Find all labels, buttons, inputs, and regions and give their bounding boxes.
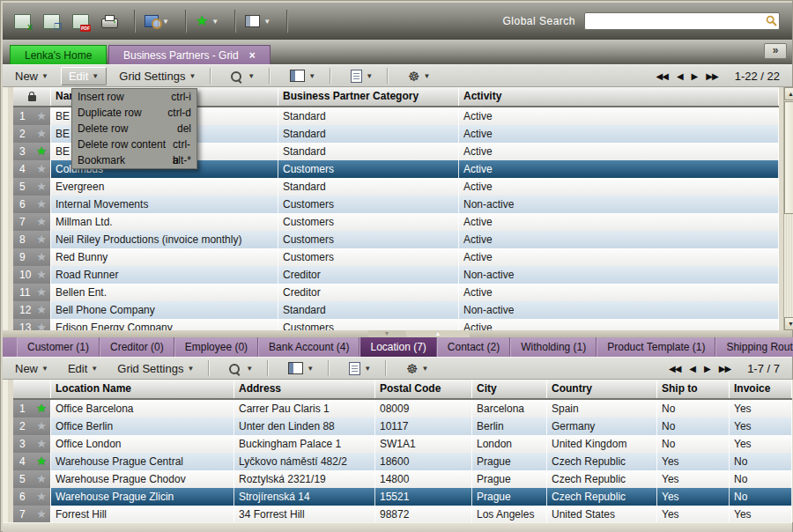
global-search-input[interactable] xyxy=(584,12,780,30)
tab-customer-1[interactable]: Customer (1) xyxy=(17,337,100,357)
table-row[interactable]: 9★Red BunnyCustomersActive xyxy=(13,248,779,266)
tab-overflow-button[interactable]: » xyxy=(764,43,787,59)
new-button[interactable]: New▼ xyxy=(8,360,56,377)
prev-page-button[interactable]: ◀ xyxy=(689,364,695,373)
pane-splitter[interactable]: ▼ ▲ xyxy=(3,330,792,337)
edit-button[interactable]: Edit▼ xyxy=(61,67,107,85)
vertical-scrollbar[interactable]: ▲ ▼ xyxy=(783,87,793,330)
saved-search-button[interactable]: ▼ xyxy=(142,12,172,30)
bookmark-star-icon-gray[interactable]: ★ xyxy=(36,488,47,506)
grid-settings-button[interactable]: Grid Settings▼ xyxy=(112,68,203,85)
bookmark-star-icon-gray[interactable]: ★ xyxy=(36,178,47,196)
table-row[interactable]: 6★Warehouse Prague ZlicinStrojírenská 14… xyxy=(13,488,792,506)
notes-button[interactable]: ▼ xyxy=(344,68,380,85)
scrollbar-thumb[interactable] xyxy=(784,101,793,214)
bookmark-star-icon-gray[interactable]: ★ xyxy=(36,231,47,248)
layout-button[interactable]: ▼ xyxy=(242,12,273,30)
bookmark-star-icon-gray[interactable]: ★ xyxy=(36,506,47,522)
grid-settings-button[interactable]: Grid Settings▼ xyxy=(110,360,201,377)
export-excel-button[interactable] xyxy=(11,11,33,32)
bookmark-star-icon-gray[interactable]: ★ xyxy=(36,417,47,435)
bookmark-star-icon-gray[interactable]: ★ xyxy=(36,196,47,213)
tab-business-partners-grid[interactable]: Business Partners - Grid× xyxy=(108,45,271,64)
table-row[interactable]: 8★Neil Riley Productions (invoice monthl… xyxy=(13,231,779,248)
menu-item-bookmark[interactable]: Bookmarkalt-* xyxy=(72,152,196,168)
tab-contact-2[interactable]: Contact (2) xyxy=(437,337,510,357)
bookmark-star-icon-gray[interactable]: ★ xyxy=(36,301,47,319)
first-page-button[interactable]: ◀◀ xyxy=(656,71,667,81)
bookmark-star-icon-gray[interactable]: ★ xyxy=(36,248,47,266)
export-copy-button[interactable] xyxy=(41,11,63,32)
bookmark-star-icon-gray[interactable]: ★ xyxy=(36,213,47,231)
column-header-address[interactable]: Address xyxy=(234,380,375,398)
bookmark-star-icon-green[interactable]: ★ xyxy=(36,400,47,417)
bookmark-star-icon-gray[interactable]: ★ xyxy=(36,319,47,330)
bookmark-star-icon-gray[interactable]: ★ xyxy=(36,107,47,125)
table-row[interactable]: 5★Warehouse Prague ChodovRoztylská 2321/… xyxy=(13,470,792,488)
bookmark-star-icon-gray[interactable]: ★ xyxy=(36,125,47,143)
prev-page-button[interactable]: ◀ xyxy=(677,71,683,81)
view-layout-button[interactable]: ▼ xyxy=(281,360,321,376)
table-row[interactable]: 2★Office BerlinUnter den Linden 8810117B… xyxy=(13,417,792,435)
table-row[interactable]: 11★Bellen Ent.CreditorActive xyxy=(13,284,779,301)
view-layout-button[interactable]: ▼ xyxy=(283,68,322,84)
search-menu-button[interactable]: ▼ xyxy=(224,68,262,84)
column-header-city[interactable]: City xyxy=(472,380,547,398)
first-page-button[interactable]: ◀◀ xyxy=(669,364,680,373)
tab-lenkas-home[interactable]: Lenka's Home xyxy=(10,45,107,64)
column-header-activity[interactable]: Activity xyxy=(459,87,779,106)
bookmark-star-icon-green[interactable]: ★ xyxy=(36,143,47,160)
table-row[interactable]: 10★Road RunnerCreditorNon-active xyxy=(13,266,779,284)
export-pdf-button[interactable] xyxy=(70,11,92,32)
table-row[interactable]: 12★Bell Phone CompanyStandardNon-active xyxy=(13,301,779,319)
scroll-up-button[interactable]: ▲ xyxy=(784,87,793,100)
column-header-postal-code[interactable]: Postal Code xyxy=(375,380,472,398)
menu-item-insert-row[interactable]: Insert rowctrl-i xyxy=(72,89,196,105)
actions-button[interactable]: ☸▼ xyxy=(401,68,437,85)
tab-employee-0[interactable]: Employee (0) xyxy=(174,337,258,357)
bookmark-star-icon-gray[interactable]: ★ xyxy=(36,266,47,284)
edit-button[interactable]: Edit▼ xyxy=(61,360,105,377)
tab-witholding-1[interactable]: Witholding (1) xyxy=(510,337,597,357)
column-header-invoice[interactable]: Invoice xyxy=(730,380,792,398)
bookmark-star-icon-gray[interactable]: ★ xyxy=(36,160,47,178)
tab-product-template-1[interactable]: Product Template (1) xyxy=(597,337,715,357)
search-menu-button[interactable]: ▼ xyxy=(222,360,260,376)
column-header-country[interactable]: Country xyxy=(547,380,657,398)
table-row[interactable]: 7★Forrest Hill34 Forrest Hill98872Los An… xyxy=(13,506,792,522)
tab-bank-account-4[interactable]: Bank Account (4) xyxy=(258,337,359,357)
column-header-category[interactable]: Business Partner Category xyxy=(278,87,459,106)
tab-shipping-route-0[interactable]: Shipping Route (0) xyxy=(715,337,793,357)
column-header-location-name[interactable]: Location Name xyxy=(51,380,234,398)
bookmark-star-icon-gray[interactable]: ★ xyxy=(36,284,47,301)
notes-button[interactable]: ▼ xyxy=(342,360,378,377)
favorites-button[interactable]: ★▼ xyxy=(193,12,221,30)
collapse-down-button[interactable]: ▼ xyxy=(368,330,405,337)
last-page-button[interactable]: ▶▶ xyxy=(719,364,730,373)
tab-creditor-0[interactable]: Creditor (0) xyxy=(100,337,174,357)
table-row[interactable]: 6★Internal MovementsCustomersNon-active xyxy=(13,196,779,213)
new-button[interactable]: New▼ xyxy=(8,68,56,85)
table-row[interactable]: 4★Warehouse Prague CentralLyčkovo náměst… xyxy=(13,453,792,470)
next-page-button[interactable]: ▶ xyxy=(704,364,710,373)
table-row[interactable]: 1★Office BarcelonaCarrer Pau Claris 1080… xyxy=(13,400,792,417)
lock-column-header[interactable] xyxy=(13,87,51,106)
menu-item-duplicate-row[interactable]: Duplicate rowctrl-d xyxy=(72,105,196,121)
column-header-ship-to[interactable]: Ship to xyxy=(657,380,730,398)
table-row[interactable]: 5★EvergreenStandardActive xyxy=(13,178,779,196)
scroll-down-button[interactable]: ▼ xyxy=(784,317,793,330)
bookmark-star-icon-gray[interactable]: ★ xyxy=(36,435,47,453)
actions-button[interactable]: ☸▼ xyxy=(399,360,435,377)
bookmark-star-icon-gray[interactable]: ★ xyxy=(36,470,47,488)
last-page-button[interactable]: ▶▶ xyxy=(706,71,717,81)
close-icon[interactable]: × xyxy=(249,49,256,62)
table-row[interactable]: 13★Edison Energy CompanyCustomersActive xyxy=(13,319,779,330)
collapse-up-button[interactable]: ▲ xyxy=(406,330,470,337)
table-row[interactable]: 7★Millman Ltd.CustomersActive xyxy=(13,213,779,231)
menu-item-delete-row-content[interactable]: Delete row contentctrl-b xyxy=(72,137,196,152)
menu-item-delete-row[interactable]: Delete rowdel xyxy=(72,121,196,137)
bookmark-star-icon-green[interactable]: ★ xyxy=(36,453,47,470)
print-button[interactable] xyxy=(99,11,121,31)
next-page-button[interactable]: ▶ xyxy=(692,71,698,81)
table-row[interactable]: 3★Office LondonBuckingham Palace 1SW1A1L… xyxy=(13,435,792,453)
